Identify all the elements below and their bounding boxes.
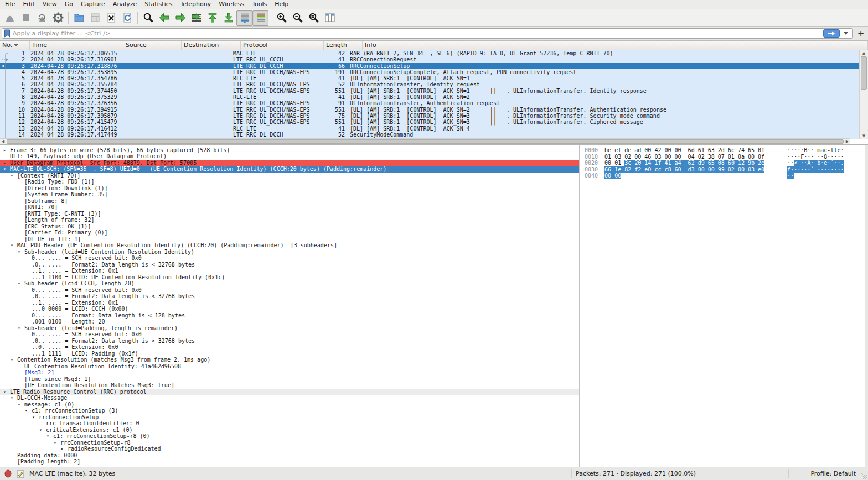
- add-filter-button[interactable]: +: [855, 28, 866, 39]
- menu-capture[interactable]: Capture: [77, 0, 109, 9]
- vertical-scroll-thumb[interactable]: [861, 56, 867, 90]
- hex-row-0040[interactable]: 004000 00··: [580, 173, 865, 179]
- expand-closed-icon[interactable]: ▸: [61, 446, 68, 452]
- detail-line-15[interactable]: ▾MAC PDU Header (UE Contention Resolutio…: [0, 243, 579, 249]
- expand-open-icon[interactable]: ▾: [39, 427, 46, 434]
- detail-line-11[interactable]: [Length of frame: 32]: [0, 217, 579, 224]
- menu-view[interactable]: View: [39, 0, 61, 9]
- packet-row-10[interactable]: 102024-04-28 09:26:17.394915LTE RRC UL_D…: [0, 107, 868, 113]
- hex-bytes[interactable]: 00 00: [604, 173, 787, 179]
- menu-statistics[interactable]: Statistics: [141, 0, 176, 9]
- hex-ascii[interactable]: ·····B·· mac-lte·: [787, 147, 844, 153]
- detail-line-29[interactable]: 0... .... = SCH reserved bit: 0x0: [0, 332, 579, 338]
- close-file-icon[interactable]: [103, 10, 119, 26]
- detail-line-37[interactable]: [UE Contention Resolution Matches Msg3: …: [0, 383, 579, 389]
- scroll-up-arrow[interactable]: ▲: [860, 50, 868, 56]
- expand-open-icon[interactable]: ▾: [25, 408, 32, 414]
- detail-line-10[interactable]: [RNTI Type: C-RNTI (3)]: [0, 211, 579, 217]
- expand-closed-icon[interactable]: ▸: [3, 160, 10, 166]
- expert-info-icon[interactable]: [4, 469, 12, 478]
- detail-line-30[interactable]: .0.. .... = Format2: Data length is < 32…: [0, 338, 579, 345]
- detail-line-12[interactable]: [CRC Status: OK (1)]: [0, 223, 579, 230]
- detail-line-39[interactable]: ▾DL-CCCH-Message: [0, 395, 579, 402]
- detail-line-35[interactable]: [Msg3: 2]: [0, 370, 579, 377]
- hex-ascii[interactable]: ··: [787, 173, 794, 179]
- auto-scroll-icon[interactable]: [236, 10, 252, 26]
- capture-options-icon[interactable]: [50, 10, 66, 26]
- column-header-protocol[interactable]: Protocol: [241, 41, 324, 50]
- detail-line-28[interactable]: ▾Sub-header (lcid=Padding, length is rem…: [0, 325, 579, 332]
- packet-list-vertical-scrollbar[interactable]: ▲ ▼: [859, 50, 868, 139]
- detail-line-9[interactable]: [RNTI: 70]: [0, 205, 579, 211]
- zoom-in-icon[interactable]: [273, 10, 290, 26]
- detail-line-47[interactable]: ▸radioResourceConfigDedicated: [0, 446, 579, 453]
- packet-row-7[interactable]: 72024-04-28 09:26:17.374450LTE RRC UL_DC…: [0, 88, 868, 94]
- expand-open-icon[interactable]: ▾: [18, 249, 24, 255]
- detail-line-23[interactable]: .0.. .... = Format2: Data length is < 32…: [0, 294, 579, 300]
- expand-closed-icon[interactable]: ▸: [3, 147, 10, 154]
- column-header-no[interactable]: No.: [0, 41, 30, 50]
- detail-line-8[interactable]: [Subframe: 8]: [0, 198, 579, 205]
- apply-filter-button[interactable]: [823, 29, 840, 38]
- scroll-left-arrow[interactable]: ◀: [0, 139, 6, 144]
- restart-capture-icon[interactable]: [34, 10, 50, 26]
- go-last-icon[interactable]: [220, 10, 236, 26]
- resize-grip[interactable]: [861, 473, 867, 479]
- detail-line-5[interactable]: [Radio Type: FDD (1)]: [0, 179, 579, 186]
- detail-line-22[interactable]: 0... .... = SCH reserved bit: 0x0: [0, 287, 579, 294]
- detail-line-27[interactable]: .001 0100 = Length: 20: [0, 319, 579, 326]
- packet-row-6[interactable]: 62024-04-28 09:26:17.355784LTE RRC DL_DC…: [0, 81, 868, 87]
- detail-line-43[interactable]: rrc-TransactionIdentifier: 0: [0, 421, 579, 427]
- packet-row-5[interactable]: 52024-04-28 09:26:17.354786RLC-LTE41[DL]…: [0, 75, 868, 81]
- detail-line-25[interactable]: ...0 0000 = LCID: CCCH (0x00): [0, 306, 579, 313]
- hex-row-0010[interactable]: 001001 03 02 00 46 03 00 00 04 02 38 07 …: [580, 154, 865, 160]
- column-header-info[interactable]: Info: [363, 41, 868, 50]
- menu-telephony[interactable]: Telephony: [177, 0, 215, 9]
- filter-dropdown-caret[interactable]: [844, 32, 848, 35]
- capture-comment-icon[interactable]: [17, 470, 24, 478]
- detail-line-1[interactable]: DLT: 149, Payload: udp (User Datagram Pr…: [0, 154, 579, 160]
- expand-open-icon[interactable]: ▾: [46, 433, 53, 440]
- hex-bytes[interactable]: be ef de ad 00 42 00 00 6d 61 63 2d 6c 7…: [604, 147, 787, 154]
- menu-analyze[interactable]: Analyze: [109, 0, 141, 9]
- packet-row-8[interactable]: 82024-04-28 09:26:17.375329RLC-LTE41[DL]…: [0, 94, 868, 100]
- hex-ascii[interactable]: ····F··· ··8·····: [787, 154, 844, 160]
- detail-line-42[interactable]: ▾rrcConnectionSetup: [0, 414, 579, 421]
- packet-row-3[interactable]: 32024-04-28 09:26:17.318876LTE RRC DL_CC…: [0, 63, 868, 69]
- detail-line-46[interactable]: ▾rrcConnectionSetup-r8: [0, 440, 579, 446]
- packet-row-13[interactable]: 132024-04-28 09:26:17.416412RLC-LTE41[DL…: [0, 126, 868, 132]
- menu-wireless[interactable]: Wireless: [215, 0, 248, 9]
- hex-ascii[interactable]: f······` ········: [787, 166, 844, 173]
- scroll-right-arrow[interactable]: ▶: [844, 139, 850, 144]
- detail-line-32[interactable]: ...1 1111 = LCID: Padding (0x1f): [0, 351, 579, 357]
- expand-open-icon[interactable]: ▾: [18, 325, 24, 332]
- expand-open-icon[interactable]: ▾: [54, 440, 60, 446]
- detail-line-0[interactable]: ▸Frame 3: 66 bytes on wire (528 bits), 6…: [0, 147, 579, 154]
- filter-bookmark-icon[interactable]: [4, 29, 11, 38]
- expand-open-icon[interactable]: ▾: [3, 389, 10, 395]
- column-header-source[interactable]: Source: [123, 41, 182, 50]
- hex-ascii[interactable]: ··< ··A· b·e·`··.: [787, 160, 844, 166]
- detail-line-40[interactable]: ▾message: c1 (0): [0, 401, 579, 408]
- detail-line-6[interactable]: [Direction: Downlink (1)]: [0, 185, 579, 192]
- packet-row-14[interactable]: 142024-04-28 09:26:17.417449LTE RRC DL_D…: [0, 132, 868, 138]
- menu-go[interactable]: Go: [61, 0, 77, 9]
- hex-row-0030[interactable]: 003066 1e 82 f2 e0 cc c8 60 d3 00 00 99 …: [580, 166, 865, 173]
- detail-line-16[interactable]: ▾Sub-header (lcid=UE Contention Resoluti…: [0, 249, 579, 255]
- expand-open-icon[interactable]: ▾: [18, 280, 24, 287]
- open-file-icon[interactable]: [71, 10, 87, 26]
- detail-line-20[interactable]: ...1 1100 = LCID: UE Contention Resoluti…: [0, 274, 579, 281]
- detail-line-26[interactable]: 0... .... = Format: Data length is < 128…: [0, 312, 579, 319]
- menu-edit[interactable]: Edit: [19, 0, 38, 9]
- display-filter-input[interactable]: Apply a display filter ... <Ctrl-/>: [2, 28, 853, 39]
- expand-open-icon[interactable]: ▾: [11, 173, 17, 179]
- expand-open-icon[interactable]: ▾: [11, 395, 17, 401]
- column-header-destination[interactable]: Destination: [182, 41, 241, 50]
- packet-row-9[interactable]: 92024-04-28 09:26:17.376356LTE RRC DL_DC…: [0, 100, 868, 106]
- go-first-icon[interactable]: [204, 10, 220, 26]
- detail-line-13[interactable]: [Carrier Id: Primary (0)]: [0, 230, 579, 237]
- detail-line-48[interactable]: Padding data: 0000: [0, 452, 579, 459]
- detail-line-4[interactable]: ▾[Context (RNTI=70)]: [0, 173, 579, 179]
- detail-line-17[interactable]: 0... .... = SCH reserved bit: 0x0: [0, 255, 579, 262]
- packet-list-horizontal-scrollbar[interactable]: ◀ ▶: [0, 138, 850, 144]
